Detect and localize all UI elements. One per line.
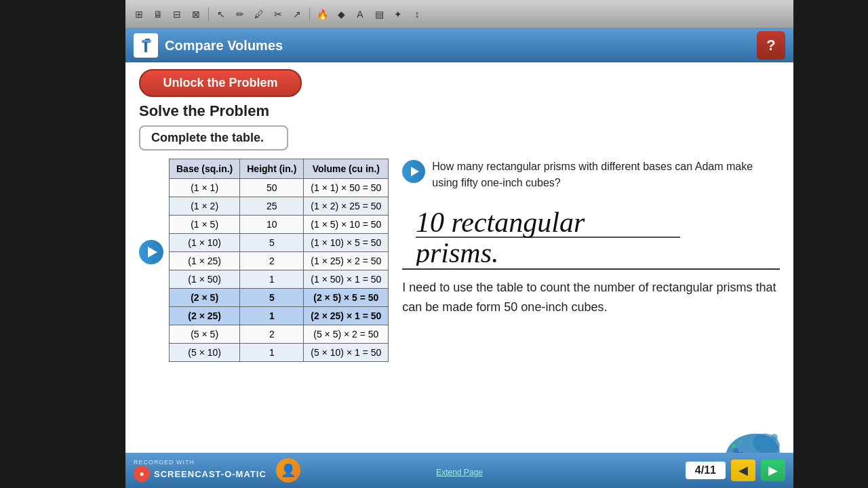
- table-row: (1 × 10)5(1 × 10) × 5 = 50: [170, 234, 389, 252]
- table-cell-volume: (2 × 25) × 1 = 50: [304, 307, 389, 325]
- table-row: (5 × 10)1(5 × 10) × 1 = 50: [170, 344, 389, 362]
- page-title: Compare Volumes: [165, 38, 283, 54]
- table-cell-volume: (1 × 10) × 5 = 50: [304, 234, 389, 252]
- svg-point-8: [771, 434, 778, 441]
- table-row: (5 × 5)2(5 × 5) × 2 = 50: [170, 325, 389, 344]
- table-row: (2 × 5)5(2 × 5) × 5 = 50: [170, 289, 389, 307]
- table-cell-height: 25: [240, 197, 304, 216]
- table-cell-base: (1 × 50): [170, 270, 240, 289]
- toolbar-fill-icon[interactable]: 🔥: [314, 6, 330, 22]
- table-cell-base: (1 × 2): [170, 197, 240, 216]
- toolbar-text-icon[interactable]: A: [352, 6, 368, 22]
- toolbar-marker-icon[interactable]: 🖊: [251, 6, 267, 22]
- table-cell-volume: (2 × 5) × 5 = 50: [304, 289, 389, 307]
- toolbar-sep-2: [309, 7, 310, 21]
- complete-table-box: Complete the table.: [139, 125, 288, 150]
- header-bar: Compare Volumes ?: [125, 28, 793, 62]
- svg-point-13: [732, 444, 736, 448]
- avatar-icon[interactable]: 👤: [276, 458, 300, 483]
- table-row: (1 × 5)10(1 × 5) × 10 = 50: [170, 216, 389, 234]
- table-cell-base: (2 × 5): [170, 289, 240, 307]
- col-header-height: Height (in.): [240, 159, 304, 179]
- col-header-volume: Volume (cu in.): [304, 159, 389, 179]
- toolbar-icon-4[interactable]: ⊠: [188, 6, 204, 22]
- toolbar-line-icon[interactable]: ↗: [289, 6, 305, 22]
- toolbar-resize-icon[interactable]: ↕: [409, 6, 425, 22]
- table-row: (2 × 25)1(2 × 25) × 1 = 50: [170, 307, 389, 325]
- table-cell-height: 2: [240, 325, 304, 344]
- question-box: How many rectangular prisms with differe…: [402, 159, 780, 191]
- left-nav-arrow[interactable]: [139, 240, 163, 264]
- help-button[interactable]: ?: [757, 31, 785, 60]
- table-cell-base: (2 × 25): [170, 307, 240, 325]
- page-counter: 4/11 ◀ ▶: [686, 460, 785, 481]
- table-body: (1 × 1)50(1 × 1) × 50 = 50(1 × 2)25(1 × …: [170, 179, 389, 362]
- toolbar-shape-icon[interactable]: ◆: [333, 6, 349, 22]
- table-cell-volume: (1 × 5) × 10 = 50: [304, 216, 389, 234]
- toolbar-extra-icon[interactable]: ✦: [390, 6, 406, 22]
- table-cell-volume: (5 × 10) × 1 = 50: [304, 344, 389, 362]
- col-header-base: Base (sq.in.): [170, 159, 240, 179]
- right-side: How many rectangular prisms with differe…: [402, 159, 780, 481]
- left-side: Base (sq.in.) Height (in.) Volume (cu in…: [139, 159, 389, 481]
- table-cell-volume: (5 × 5) × 2 = 50: [304, 325, 389, 344]
- svg-point-14: [739, 441, 742, 443]
- table-row: (1 × 50)1(1 × 50) × 1 = 50: [170, 270, 389, 289]
- table-cell-volume: (1 × 50) × 1 = 50: [304, 270, 389, 289]
- table-cell-base: (1 × 10): [170, 234, 240, 252]
- toolbar-icon-3[interactable]: ⊟: [169, 6, 185, 22]
- table-cell-base: (1 × 25): [170, 252, 240, 270]
- table-cell-base: (5 × 5): [170, 325, 240, 344]
- toolbar-select-icon[interactable]: ↖: [213, 6, 229, 22]
- svg-rect-1: [142, 40, 151, 42]
- volume-table: Base (sq.in.) Height (in.) Volume (cu in…: [169, 159, 389, 362]
- table-cell-base: (1 × 1): [170, 179, 240, 197]
- table-cell-base: (5 × 10): [170, 344, 240, 362]
- toolbar-sep-1: [208, 7, 209, 21]
- prev-page-button[interactable]: ◀: [731, 460, 755, 481]
- table-cell-volume: (1 × 25) × 2 = 50: [304, 252, 389, 270]
- table-cell-volume: (1 × 2) × 25 = 50: [304, 197, 389, 216]
- table-row: (1 × 1)50(1 × 1) × 50 = 50: [170, 179, 389, 197]
- content-area: Unlock the Problem Solve the Problem Com…: [125, 62, 793, 488]
- svg-text:prisms.: prisms.: [414, 237, 499, 266]
- table-row: (1 × 2)25(1 × 2) × 25 = 50: [170, 197, 389, 216]
- question-text: How many rectangular prisms with differe…: [432, 159, 780, 191]
- table-cell-height: 10: [240, 216, 304, 234]
- handwritten-answer: 10 rectangular prisms.: [402, 198, 780, 270]
- toolbar: ⊞ 🖥 ⊟ ⊠ ↖ ✏ 🖊 ✂ ↗ 🔥 ◆ A ▤ ✦ ↕: [125, 0, 793, 28]
- recorded-with-text: RECORDED WITH: [134, 459, 267, 466]
- table-cell-height: 1: [240, 270, 304, 289]
- bottom-bar: RECORDED WITH SCREENCAST-O-MATIC 👤 Exten…: [125, 453, 793, 488]
- next-page-button[interactable]: ▶: [761, 460, 785, 481]
- solve-label: Solve the Problem: [139, 102, 780, 120]
- explanation-text: I need to use the table to count the num…: [402, 278, 780, 317]
- table-cell-height: 50: [240, 179, 304, 197]
- extend-page-link[interactable]: Extend Page: [436, 468, 483, 477]
- unlock-button[interactable]: Unlock the Problem: [139, 69, 302, 97]
- header-icon: [134, 33, 158, 58]
- right-arrow-icon: [402, 160, 425, 183]
- screencast-record-icon: [134, 466, 150, 482]
- toolbar-icon-2[interactable]: 🖥: [150, 6, 166, 22]
- toolbar-pen-icon[interactable]: ✏: [232, 6, 248, 22]
- toolbar-eraser-icon[interactable]: ✂: [270, 6, 286, 22]
- table-row: (1 × 25)2(1 × 25) × 2 = 50: [170, 252, 389, 270]
- page-number-badge: 4/11: [686, 462, 726, 479]
- main-content-row: Base (sq.in.) Height (in.) Volume (cu in…: [139, 159, 780, 481]
- main-window: Compare Volumes ? Unlock the Problem Sol…: [125, 28, 793, 488]
- table-cell-height: 1: [240, 344, 304, 362]
- table-cell-height: 5: [240, 289, 304, 307]
- screencast-logo: RECORDED WITH SCREENCAST-O-MATIC 👤: [134, 458, 300, 483]
- screencast-label: SCREENCAST-O-MATIC: [154, 469, 267, 479]
- svg-text:10 rectangular: 10 rectangular: [416, 207, 585, 238]
- table-cell-base: (1 × 5): [170, 216, 240, 234]
- toolbar-icon-1[interactable]: ⊞: [131, 6, 147, 22]
- table-cell-height: 5: [240, 234, 304, 252]
- table-cell-height: 2: [240, 252, 304, 270]
- table-cell-height: 1: [240, 307, 304, 325]
- toolbar-image-icon[interactable]: ▤: [371, 6, 387, 22]
- table-cell-volume: (1 × 1) × 50 = 50: [304, 179, 389, 197]
